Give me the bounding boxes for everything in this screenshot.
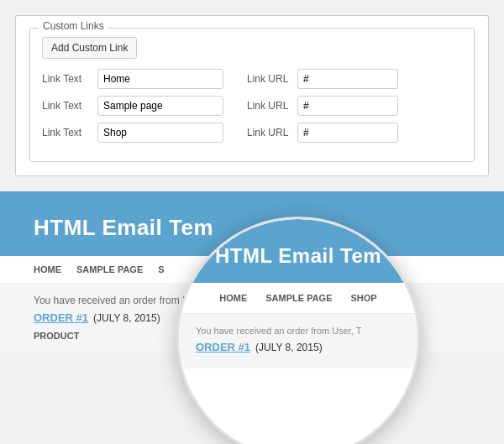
magnifier-body: You have received an order from User, T …	[179, 314, 417, 368]
magnifier-body-text: You have received an order from User, T	[196, 326, 401, 336]
link-url-input-2[interactable]	[297, 96, 398, 116]
magnifier-nav: HOME SAMPLE PAGE SHOP	[179, 283, 417, 314]
link-text-input-3[interactable]	[97, 123, 223, 143]
link-url-input-3[interactable]	[297, 123, 398, 143]
magnifier-order-date: (JULY 8, 2015)	[255, 342, 323, 353]
email-preview-panel: HTML Email Tem HOME SAMPLE PAGE S You ha…	[0, 191, 504, 444]
email-nav-item-home-bg: HOME	[34, 264, 61, 274]
link-text-label-1: Link Text	[42, 73, 91, 85]
link-text-input-2[interactable]	[97, 96, 223, 116]
add-custom-link-button[interactable]: Add Custom Link	[42, 37, 137, 59]
link-url-label-3: Link URL	[247, 127, 291, 138]
email-order-date-bg: (JULY 8, 2015)	[93, 312, 160, 324]
link-url-label-2: Link URL	[247, 100, 291, 112]
magnifier-inner: HTML Email Tem HOME SAMPLE PAGE SHOP You…	[179, 219, 417, 444]
custom-links-fieldset: Custom Links Add Custom Link Link Text L…	[29, 28, 475, 162]
magnifier-order-row: ORDER #1 (JULY 8, 2015)	[196, 341, 401, 353]
link-text-label-2: Link Text	[42, 100, 91, 112]
link-row-2: Link Text Link URL	[42, 96, 462, 116]
magnifier-nav-shop: SHOP	[351, 293, 377, 303]
link-row-1: Link Text Link URL	[42, 69, 462, 89]
magnifier-circle: HTML Email Tem HOME SAMPLE PAGE SHOP You…	[176, 217, 420, 444]
magnifier-order-link: ORDER #1	[196, 341, 250, 353]
link-text-input-1[interactable]	[97, 69, 223, 89]
link-text-label-3: Link Text	[42, 127, 91, 138]
magnifier-nav-home: HOME	[219, 293, 247, 303]
email-order-link-bg: ORDER #1	[34, 311, 88, 324]
link-row-3: Link Text Link URL	[42, 123, 462, 143]
magnifier-title: HTML Email Tem	[196, 244, 401, 268]
link-url-input-1[interactable]	[297, 69, 398, 89]
custom-links-panel: Custom Links Add Custom Link Link Text L…	[15, 15, 489, 176]
link-url-label-1: Link URL	[247, 73, 291, 85]
panel-legend: Custom Links	[39, 20, 108, 32]
email-nav-item-sample-bg: SAMPLE PAGE	[76, 264, 143, 274]
magnifier-nav-sample: SAMPLE PAGE	[265, 293, 332, 303]
email-nav-item-shop-bg: S	[158, 264, 164, 274]
